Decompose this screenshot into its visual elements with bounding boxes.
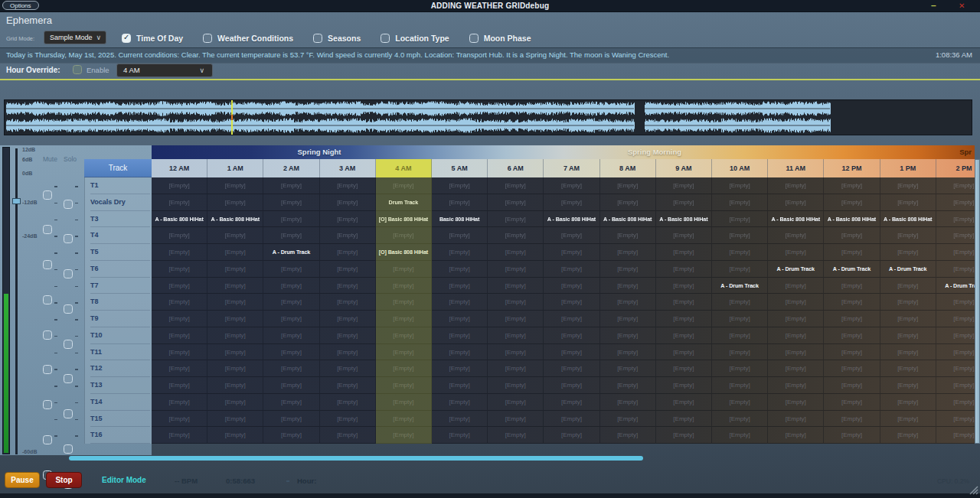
horizontal-scrollbar[interactable] xyxy=(69,456,643,461)
grid-cell[interactable]: [Empty] xyxy=(712,211,768,228)
grid-cell[interactable]: [Empty] xyxy=(488,194,544,211)
grid-cell[interactable]: [Empty] xyxy=(544,327,599,344)
grid-cell[interactable]: [Empty] xyxy=(880,294,936,311)
grid-cell[interactable]: [Empty] xyxy=(656,377,712,394)
grid-cell[interactable]: [Empty] xyxy=(488,344,544,361)
grid-cell[interactable]: [Empty] xyxy=(880,311,936,327)
grid-cell[interactable]: [Empty] xyxy=(152,427,207,444)
grid-cell[interactable]: [Empty] xyxy=(488,227,544,244)
hour-header-6-am[interactable]: 6 AM xyxy=(488,159,544,177)
volume-fader-handle[interactable] xyxy=(12,198,21,204)
grid-cell[interactable]: [Empty] xyxy=(824,411,880,428)
grid-cell[interactable]: [Empty] xyxy=(376,261,432,278)
grid-cell[interactable]: [Empty] xyxy=(376,427,432,444)
grid-cell[interactable]: [Empty] xyxy=(712,327,768,344)
grid-cell[interactable]: [Empty] xyxy=(152,244,207,261)
hour-override-enable-checkbox[interactable] xyxy=(73,65,82,74)
grid-cell[interactable]: [Empty] xyxy=(320,261,376,278)
grid-cell[interactable]: [Empty] xyxy=(600,327,656,344)
grid-cell[interactable]: [Empty] xyxy=(936,311,975,327)
grid-cell[interactable]: [Empty] xyxy=(207,294,263,311)
solo-checkbox[interactable] xyxy=(64,304,73,314)
hour-header-1-am[interactable]: 1 AM xyxy=(207,159,263,177)
grid-cell[interactable]: [Empty] xyxy=(320,344,376,361)
grid-cell[interactable]: [Empty] xyxy=(263,194,319,211)
grid-cell[interactable]: [Empty] xyxy=(600,427,656,444)
grid-cell[interactable]: [Empty] xyxy=(152,360,207,377)
grid-cell[interactable]: [Empty] xyxy=(824,344,880,361)
grid-cell[interactable]: [Empty] xyxy=(263,311,319,327)
grid-cell[interactable]: [Empty] xyxy=(880,360,936,377)
grid-cell[interactable]: A - Drum Track xyxy=(768,261,824,278)
grid-cell[interactable]: [Empty] xyxy=(263,377,319,394)
track-name[interactable]: T6 xyxy=(90,261,150,278)
waveform-display[interactable] xyxy=(5,100,972,135)
solo-checkbox[interactable] xyxy=(64,374,73,383)
grid-cell[interactable]: [Empty] xyxy=(712,360,768,377)
grid-cell[interactable]: [Empty] xyxy=(432,427,488,444)
grid-cell[interactable]: [Empty] xyxy=(600,227,656,244)
grid-cell[interactable]: [Empty] xyxy=(263,227,319,244)
grid-cell[interactable]: [Empty] xyxy=(544,344,599,361)
grid-cell[interactable]: [Empty] xyxy=(207,261,263,278)
grid-cell[interactable]: [Empty] xyxy=(768,278,824,295)
grid-cell[interactable]: [Empty] xyxy=(432,394,488,411)
grid-cell[interactable]: [Empty] xyxy=(600,244,656,261)
grid-cell[interactable]: [Empty] xyxy=(712,427,768,444)
grid-cell[interactable]: [Empty] xyxy=(152,327,207,344)
grid-cell[interactable]: [Empty] xyxy=(936,261,975,278)
grid-cell[interactable]: [Empty] xyxy=(600,344,656,361)
grid-cell[interactable]: [Empty] xyxy=(600,394,656,411)
hour-header-1-pm[interactable]: 1 PM xyxy=(880,159,936,177)
grid-cell[interactable]: [Empty] xyxy=(880,177,936,194)
grid-cell[interactable]: [Empty] xyxy=(152,294,207,311)
grid-cell[interactable]: [Empty] xyxy=(824,227,880,244)
grid-cell[interactable]: [Empty] xyxy=(488,327,544,344)
grid-cell[interactable]: [Empty] xyxy=(768,411,824,428)
hour-override-select[interactable]: 4 AM ∨ xyxy=(116,63,213,77)
grid-cell[interactable]: [Empty] xyxy=(656,261,712,278)
grid-cell[interactable]: [Empty] xyxy=(544,278,599,295)
mute-checkbox[interactable] xyxy=(43,295,52,304)
hour-header-2-am[interactable]: 2 AM xyxy=(263,159,319,177)
grid-cell[interactable]: [Empty] xyxy=(544,294,599,311)
grid-cell[interactable]: [Empty] xyxy=(768,344,824,361)
grid-cell[interactable]: [Empty] xyxy=(936,227,975,244)
grid-cell[interactable]: [Empty] xyxy=(712,261,768,278)
grid-cell[interactable]: A - Basic 808 HiHat xyxy=(656,211,712,228)
grid-cell[interactable]: [Empty] xyxy=(544,427,599,444)
track-name[interactable]: T1 xyxy=(90,177,150,194)
solo-checkbox[interactable] xyxy=(64,200,73,209)
grid-cell[interactable]: [Empty] xyxy=(768,360,824,377)
grid-cell[interactable]: [Empty] xyxy=(880,278,936,295)
grid-cell[interactable]: [Empty] xyxy=(824,394,880,411)
grid-cell[interactable]: [Empty] xyxy=(712,177,768,194)
grid-cell[interactable]: [Empty] xyxy=(768,327,824,344)
track-name[interactable]: T7 xyxy=(90,278,150,295)
grid-cell[interactable]: [Empty] xyxy=(768,177,824,194)
grid-cell[interactable]: [Empty] xyxy=(936,327,975,344)
mute-checkbox[interactable] xyxy=(43,435,52,444)
grid-cell[interactable]: [Empty] xyxy=(432,244,488,261)
grid-cell[interactable]: [Empty] xyxy=(152,344,207,361)
grid-cell[interactable]: [Empty] xyxy=(488,278,544,295)
hour-header-12-pm[interactable]: 12 PM xyxy=(824,159,880,177)
grid-cell[interactable]: [Empty] xyxy=(320,194,376,211)
grid-cell[interactable]: [Empty] xyxy=(488,211,544,228)
grid-cell[interactable]: [Empty] xyxy=(263,177,319,194)
grid-cell[interactable]: [Empty] xyxy=(656,411,712,428)
grid-cell[interactable]: [Empty] xyxy=(207,344,263,361)
track-name[interactable]: T4 xyxy=(90,227,150,244)
hour-header-11-am[interactable]: 11 AM xyxy=(768,159,824,177)
grid-cell[interactable]: [Empty] xyxy=(824,194,880,211)
hour-header-5-am[interactable]: 5 AM xyxy=(432,159,488,177)
grid-cell[interactable]: [Empty] xyxy=(768,244,824,261)
grid-cell[interactable]: [Empty] xyxy=(488,177,544,194)
grid-cell[interactable]: [Empty] xyxy=(320,360,376,377)
grid-cell[interactable]: [Empty] xyxy=(320,177,376,194)
solo-checkbox[interactable] xyxy=(64,234,73,243)
track-name[interactable]: T16 xyxy=(90,427,150,444)
grid-cell[interactable]: [Empty] xyxy=(656,194,712,211)
grid-cell[interactable]: [Empty] xyxy=(824,294,880,311)
grid-cell[interactable]: [Empty] xyxy=(880,427,936,444)
